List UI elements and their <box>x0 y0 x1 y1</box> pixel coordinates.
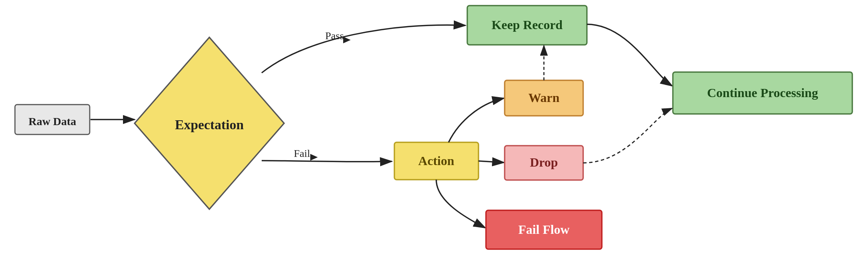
drop-label: Drop <box>530 155 558 169</box>
keep-record-label: Keep Record <box>492 18 563 32</box>
edge-pass <box>262 25 465 73</box>
edge-action-to-warn <box>449 98 504 142</box>
edge-action-to-failflow <box>436 180 485 228</box>
edge-action-to-drop <box>478 161 504 162</box>
action-label: Action <box>418 154 454 168</box>
raw-data-label: Raw Data <box>28 115 76 127</box>
edge-keep-to-continue <box>587 24 672 86</box>
svg-marker-3 <box>310 154 318 161</box>
edge-fail-to-action <box>262 161 392 162</box>
fail-label: Fail <box>294 148 310 159</box>
continue-processing-label: Continue Processing <box>707 86 818 100</box>
flow-diagram: Raw Data Expectation Pass Keep Record Co… <box>0 0 868 254</box>
warn-label: Warn <box>528 91 559 105</box>
svg-marker-2 <box>343 37 351 43</box>
pass-label: Pass <box>325 30 344 41</box>
expectation-label: Expectation <box>175 117 244 132</box>
diagram-container: Raw Data Expectation Pass Keep Record Co… <box>0 0 868 254</box>
edge-drop-to-continue <box>583 108 672 163</box>
fail-flow-label: Fail Flow <box>518 223 570 236</box>
